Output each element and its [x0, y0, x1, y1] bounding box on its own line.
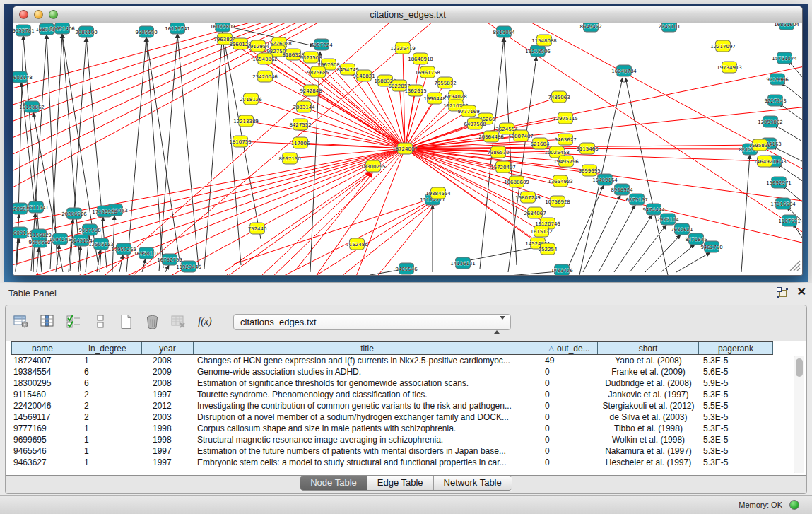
table-cell[interactable]: 1997 [142, 457, 194, 468]
table-mode-settings-icon[interactable] [13, 313, 31, 330]
table-selector-dropdown[interactable]: citations_edges.txt [233, 314, 511, 330]
table-cell[interactable]: Yano et al. (2008) [598, 355, 699, 366]
graph-node[interactable]: 15692971 [766, 177, 792, 188]
graph-node[interactable]: 18640910 [408, 53, 433, 64]
table-row[interactable]: 969969511998Structural magnetic resonanc… [11, 434, 792, 445]
table-cell[interactable]: 1 [73, 434, 142, 445]
graph-node[interactable]: 9699695 [578, 165, 600, 176]
graph-node[interactable]: 12093832 [758, 116, 783, 127]
select-columns-icon[interactable] [65, 313, 83, 330]
graph-node[interactable]: 7386532 [487, 146, 509, 158]
graph-node[interactable]: 16409154 [592, 174, 618, 185]
graph-node[interactable]: 12975115 [553, 112, 578, 124]
table-cell[interactable]: Jankovic et al. (1997) [598, 389, 699, 400]
graph-node[interactable]: 252254 [539, 243, 558, 255]
create-column-icon[interactable] [117, 313, 136, 330]
table-cell[interactable]: 19384554 [11, 366, 73, 378]
table-cell[interactable]: 9777169 [11, 423, 73, 434]
table-cell[interactable]: de Silva et al. (2003) [598, 411, 699, 423]
table-cell[interactable]: 5.3E-5 [699, 434, 773, 445]
table-cell[interactable]: 2008 [142, 378, 194, 389]
column-header-name[interactable]: name [11, 342, 73, 354]
table-cell[interactable]: 1998 [142, 434, 194, 445]
table-cell[interactable]: Estimation of significance thresholds fo… [194, 378, 541, 389]
memory-ok-indicator-icon[interactable] [789, 500, 799, 510]
table-cell[interactable]: 9463627 [11, 457, 73, 468]
graph-node[interactable]: 7152480 [346, 238, 367, 250]
table-cell[interactable]: 2012 [142, 400, 194, 411]
graph-node[interactable]: 9463627 [554, 134, 576, 145]
graph-node[interactable]: 9465546 [395, 263, 418, 274]
table-cell[interactable]: 0 [541, 434, 598, 445]
table-cell[interactable]: 5.3E-5 [699, 423, 773, 434]
table-cell[interactable]: Tibbo et al. (1998) [598, 423, 699, 434]
table-cell[interactable]: 18724007 [11, 355, 73, 366]
table-row[interactable]: 911546021997Tourette syndrome. Phenomeno… [11, 389, 792, 400]
graph-node[interactable]: 16648784 [611, 65, 637, 76]
graph-node[interactable]: 8938924 [611, 184, 633, 195]
table-cell[interactable]: 14569117 [11, 411, 73, 423]
table-cell[interactable]: 2 [73, 400, 142, 411]
graph-node[interactable]: 1810755 [229, 136, 251, 147]
table-cell[interactable]: 0 [541, 400, 598, 411]
graph-node[interactable]: 8649452 [579, 23, 601, 32]
graph-node[interactable]: 8427552 [289, 119, 311, 130]
column-header-title[interactable]: title [194, 342, 541, 354]
graph-node[interactable]: 1990448 [423, 93, 445, 104]
graph-node[interactable]: 2935114 [657, 214, 679, 225]
table-cell[interactable]: Genome-wide association studies in ADHD. [194, 366, 541, 378]
graph-node[interactable]: 9505550 [135, 26, 157, 37]
column-header-year[interactable]: year [142, 342, 194, 354]
graph-node[interactable]: 117006 [291, 137, 310, 148]
table-cell[interactable]: 0 [541, 411, 598, 423]
table-cell[interactable]: 9465546 [11, 445, 73, 457]
graph-node[interactable]: 2718126 [240, 93, 262, 105]
graph-node[interactable]: 1394275 [49, 233, 71, 245]
graph-node[interactable]: 2803144 [293, 101, 315, 112]
graph-node[interactable]: 13654923 [548, 175, 573, 187]
graph-node[interactable]: 9115460 [576, 143, 598, 154]
graph-node[interactable]: 7955812 [434, 77, 456, 88]
show-columns-icon[interactable] [39, 313, 57, 330]
graph-node[interactable]: 9055781 [13, 25, 35, 36]
delete-column-icon[interactable] [143, 313, 162, 330]
table-cell[interactable]: 6 [73, 366, 142, 378]
table-row[interactable]: 1456911722003Disruption of a novel membe… [11, 411, 792, 423]
table-row[interactable]: 2242004622012Investigating the contribut… [11, 400, 792, 411]
table-cell[interactable]: Changes of HCN gene expression and I(f) … [194, 355, 541, 366]
graph-node[interactable]: 6379197 [625, 194, 647, 205]
graph-node[interactable]: 19734913 [717, 62, 742, 73]
table-cell[interactable]: Nakamura et al. (1997) [598, 445, 699, 457]
table-cell[interactable]: 1 [73, 423, 142, 434]
graph-node[interactable]: 9329966 [766, 74, 789, 85]
graph-node[interactable]: 2345101 [658, 23, 680, 32]
table-row[interactable]: 1830029562008Estimation of significance … [11, 378, 792, 389]
scrollbar-thumb[interactable] [796, 358, 803, 377]
table-row[interactable]: 946362711997Embryonic stem cells: a mode… [11, 457, 792, 468]
table-cell[interactable]: Dudbridge et al. (2008) [598, 378, 699, 389]
graph-node[interactable]: 16033809 [210, 23, 235, 32]
table-cell[interactable]: 0 [541, 423, 598, 434]
table-cell[interactable]: 5.3E-5 [699, 445, 773, 457]
graph-node[interactable]: 9397588 [78, 224, 100, 235]
graph-node[interactable]: 12213389 [233, 115, 259, 127]
graph-node[interactable]: 11548088 [531, 35, 557, 46]
table-cell[interactable]: 2009 [142, 366, 194, 378]
table-cell[interactable]: 5.3E-5 [699, 389, 773, 400]
table-cell[interactable]: 9699695 [11, 434, 73, 445]
table-cell[interactable]: 0 [541, 389, 598, 400]
table-cell[interactable]: 49 [541, 355, 598, 366]
function-builder-icon[interactable]: f(x) [196, 313, 214, 330]
table-cell[interactable]: 1 [73, 355, 142, 366]
table-cell[interactable]: Franke et al. (2009) [598, 366, 699, 378]
table-row[interactable]: 1872400712008Changes of HCN gene express… [11, 355, 792, 366]
column-header-pagerank[interactable]: pagerank [699, 342, 773, 354]
table-cell[interactable]: Corpus callosum shape and size in male p… [194, 423, 541, 434]
table-cell[interactable]: Wolkin et al. (1998) [598, 434, 699, 445]
table-cell[interactable]: Embryonic stem cells: a model to study s… [194, 457, 541, 468]
graph-node[interactable]: 15751074 [772, 52, 797, 64]
graph-node[interactable]: 12325419 [390, 42, 416, 54]
table-cell[interactable]: 0 [541, 366, 598, 378]
graph-node[interactable]: 9227343 [764, 95, 786, 106]
table-cell[interactable]: 1997 [142, 445, 194, 457]
